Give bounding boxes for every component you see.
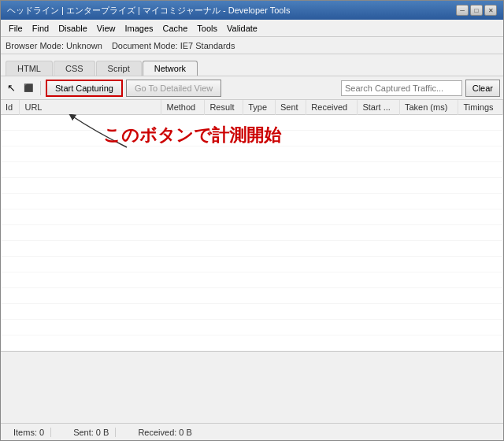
col-timings: Timings <box>458 100 503 115</box>
col-type: Type <box>243 100 276 115</box>
start-capturing-button[interactable]: Start Capturing <box>46 80 123 97</box>
menu-disable[interactable]: Disable <box>54 22 92 35</box>
network-table-container[interactable]: Id URL Method Result Type Sent Received … <box>1 100 503 352</box>
toolbar-separator-1 <box>40 81 41 95</box>
window-controls: ─ □ ✕ <box>456 5 497 16</box>
menu-file[interactable]: File <box>4 22 28 35</box>
network-toolbar: ↖ ⬛ Start Capturing Go To Detailed View … <box>1 76 503 100</box>
col-result: Result <box>205 100 243 115</box>
table-row <box>1 304 503 320</box>
table-row <box>1 320 503 335</box>
col-received: Received <box>306 100 358 115</box>
search-input[interactable] <box>341 80 462 96</box>
table-row <box>1 272 503 288</box>
menu-view[interactable]: View <box>92 22 120 35</box>
pointer-icon[interactable]: ↖ <box>4 81 18 95</box>
table-row <box>1 162 503 178</box>
tab-bar: HTML CSS Script Network <box>1 54 503 76</box>
table-row <box>1 288 503 304</box>
title-bar: ヘッドライン | エンタープライズ | マイコミジャーナル - Develope… <box>1 1 503 20</box>
tab-html[interactable]: HTML <box>6 61 53 76</box>
table-row <box>1 335 503 351</box>
col-start: Start ... <box>358 100 400 115</box>
table-row <box>1 209 503 225</box>
table-header: Id URL Method Result Type Sent Received … <box>1 100 503 115</box>
table-row <box>1 146 503 162</box>
table-row <box>1 115 503 131</box>
tab-script[interactable]: Script <box>96 61 142 76</box>
menu-tools[interactable]: Tools <box>192 22 222 35</box>
menu-find[interactable]: Find <box>28 22 54 35</box>
maximize-button[interactable]: □ <box>470 5 483 16</box>
status-items: Items: 0 <box>7 428 51 437</box>
table-body <box>1 115 503 351</box>
status-bar: Items: 0 Sent: 0 B Received: 0 B <box>1 423 503 440</box>
col-method: Method <box>161 100 205 115</box>
table-row <box>1 131 503 146</box>
status-received: Received: 0 B <box>132 428 198 437</box>
browser-mode-label: Browser Mode: Unknown <box>6 41 102 50</box>
close-button[interactable]: ✕ <box>484 5 497 16</box>
col-url: URL <box>20 100 161 115</box>
table-row <box>1 225 503 241</box>
menu-cache[interactable]: Cache <box>158 22 193 35</box>
minimize-button[interactable]: ─ <box>456 5 469 16</box>
table-row <box>1 194 503 209</box>
clear-button[interactable]: Clear <box>465 80 500 97</box>
menu-bar: File Find Disable View Images Cache Tool… <box>1 20 503 37</box>
table-row <box>1 257 503 272</box>
menu-images[interactable]: Images <box>120 22 158 35</box>
mode-bar: Browser Mode: Unknown Document Mode: IE7… <box>1 37 503 54</box>
go-to-detailed-button[interactable]: Go To Detailed View <box>126 80 221 97</box>
document-mode-label: Document Mode: IE7 Standards <box>112 41 235 50</box>
col-id: Id <box>1 100 20 115</box>
menu-validate[interactable]: Validate <box>222 22 262 35</box>
main-window: ヘッドライン | エンタープライズ | マイコミジャーナル - Develope… <box>0 0 504 441</box>
network-table: Id URL Method Result Type Sent Received … <box>1 100 503 351</box>
tab-css[interactable]: CSS <box>54 61 95 76</box>
content-area: このボタンで計測開始 Id URL Method Result Type Sen… <box>1 100 503 423</box>
table-row <box>1 178 503 194</box>
stop-icon[interactable]: ⬛ <box>21 81 35 95</box>
col-sent: Sent <box>275 100 306 115</box>
status-sent: Sent: 0 B <box>67 428 116 437</box>
table-row <box>1 241 503 257</box>
tab-network[interactable]: Network <box>143 61 198 76</box>
window-title: ヘッドライン | エンタープライズ | マイコミジャーナル - Develope… <box>7 5 290 17</box>
col-taken: Taken (ms) <box>399 100 458 115</box>
